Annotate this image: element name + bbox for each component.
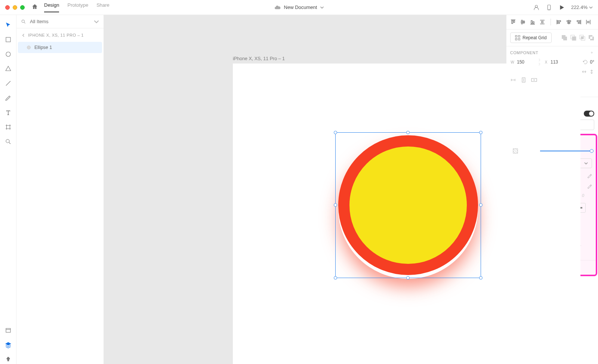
ellipse-tool[interactable] — [5, 51, 12, 59]
chevron-down-icon — [320, 6, 324, 9]
svg-rect-41 — [563, 37, 567, 40]
filter-label: All Items — [30, 19, 49, 24]
align-left-icon[interactable] — [556, 19, 562, 25]
boolean-subtract-icon[interactable] — [570, 35, 576, 41]
fullscreen-window-icon[interactable] — [20, 5, 25, 10]
layers-filter[interactable]: All Items — [16, 15, 104, 28]
selection-handle-tr[interactable] — [479, 131, 483, 134]
close-window-icon[interactable] — [5, 5, 10, 10]
assets-panel-icon[interactable] — [5, 327, 12, 335]
selection-handle-tm[interactable] — [406, 131, 410, 134]
selection-handle-tl[interactable] — [334, 131, 337, 134]
align-vmiddle-icon[interactable] — [520, 19, 526, 25]
tab-share[interactable]: Share — [96, 2, 110, 12]
search-icon — [21, 19, 26, 24]
align-top-icon[interactable] — [510, 19, 516, 25]
mobile-preview-icon[interactable] — [546, 4, 552, 11]
select-tool[interactable] — [5, 22, 12, 30]
selection-handle-ml[interactable] — [334, 203, 337, 207]
svg-rect-32 — [578, 22, 580, 24]
chevron-left-icon — [22, 34, 25, 37]
align-hcenter-icon[interactable] — [566, 19, 572, 25]
tab-prototype[interactable]: Prototype — [67, 2, 88, 12]
breadcrumb-label: IPHONE X, XS, 11 PRO – 1 — [28, 33, 84, 37]
artboard[interactable] — [233, 64, 580, 364]
user-icon[interactable] — [533, 4, 540, 11]
selection-handle-mr[interactable] — [479, 203, 483, 207]
rotate-icon[interactable] — [583, 59, 588, 65]
scroll-v-icon[interactable] — [521, 77, 527, 83]
opacity-slider[interactable] — [540, 151, 592, 151]
distribute-h-icon[interactable] — [585, 19, 591, 25]
selection-handle-bm[interactable] — [406, 276, 410, 280]
selection-handle-bl[interactable] — [334, 276, 337, 280]
layer-row-ellipse[interactable]: Ellipse 1 — [18, 42, 102, 53]
rotation-value[interactable]: 0° — [590, 59, 594, 65]
selection-box[interactable] — [335, 132, 481, 278]
align-bottom-icon[interactable] — [530, 19, 536, 25]
polygon-tool[interactable] — [5, 65, 12, 73]
play-icon[interactable] — [558, 4, 565, 11]
svg-line-5 — [6, 81, 10, 86]
zoom-tool[interactable] — [5, 138, 12, 146]
svg-rect-36 — [515, 36, 517, 37]
boolean-add-icon[interactable] — [561, 35, 567, 41]
responsive-toggle[interactable] — [584, 111, 594, 117]
svg-rect-31 — [577, 21, 580, 22]
layer-name: Ellipse 1 — [34, 45, 52, 50]
selection-handle-br[interactable] — [479, 276, 483, 280]
chevron-down-icon — [589, 6, 593, 9]
minimize-window-icon[interactable] — [13, 5, 17, 10]
flip-h-icon[interactable] — [582, 69, 587, 74]
distribute-v-icon[interactable] — [539, 19, 545, 25]
scroll-h-icon[interactable] — [531, 77, 537, 83]
cloud-icon — [274, 4, 281, 11]
svg-line-7 — [9, 142, 10, 144]
svg-rect-37 — [518, 36, 520, 37]
svg-point-6 — [6, 139, 9, 143]
svg-point-10 — [22, 20, 24, 22]
gap-value[interactable]: 0 — [582, 193, 584, 198]
svg-rect-20 — [533, 22, 534, 24]
canvas[interactable]: iPhone X, XS, 11 Pro – 1 — [104, 15, 506, 364]
svg-rect-38 — [515, 38, 517, 40]
tab-design[interactable]: Design — [44, 2, 59, 12]
component-section-title: COMPONENT — [510, 50, 538, 55]
rectangle-tool[interactable] — [5, 36, 12, 44]
svg-line-11 — [24, 22, 25, 23]
svg-rect-14 — [514, 21, 515, 22]
artboard-tool[interactable] — [5, 124, 12, 132]
scroll-none-icon[interactable] — [510, 77, 516, 83]
home-icon[interactable] — [31, 3, 38, 11]
svg-rect-13 — [512, 21, 513, 24]
boolean-intersect-icon[interactable] — [579, 35, 585, 41]
link-dimensions-icon[interactable] — [538, 58, 542, 66]
document-title[interactable]: New Document — [274, 4, 324, 11]
repeat-grid-label: Repeat Grid — [523, 35, 547, 40]
svg-point-52 — [534, 80, 534, 80]
repeat-grid-icon — [515, 35, 520, 40]
chevron-down-icon — [94, 19, 99, 24]
svg-rect-19 — [531, 21, 532, 24]
zoom-level[interactable]: 222.4% — [571, 4, 593, 10]
workspace-tabs: Design Prototype Share — [44, 2, 110, 12]
artboard-breadcrumb[interactable]: IPHONE X, XS, 11 PRO – 1 — [16, 28, 104, 42]
eyedropper-icon[interactable] — [587, 173, 592, 178]
flip-v-icon[interactable] — [589, 69, 594, 74]
create-component-icon[interactable]: ＋ — [590, 50, 594, 55]
artboard-label[interactable]: iPhone X, XS, 11 Pro – 1 — [233, 56, 285, 61]
svg-point-4 — [6, 52, 10, 56]
eyedropper-icon[interactable] — [587, 183, 592, 189]
ellipse-icon — [27, 46, 31, 49]
text-tool[interactable] — [5, 109, 12, 117]
boolean-exclude-icon[interactable] — [588, 35, 594, 41]
traffic-lights[interactable] — [5, 5, 25, 10]
plugins-panel-icon[interactable] — [5, 356, 12, 364]
svg-rect-25 — [558, 21, 561, 22]
pen-tool[interactable] — [5, 95, 12, 102]
layers-panel-icon[interactable] — [5, 342, 12, 349]
repeat-grid-button[interactable]: Repeat Grid — [510, 33, 552, 43]
align-right-icon[interactable] — [576, 19, 582, 25]
line-tool[interactable] — [5, 80, 12, 88]
document-title-text: New Document — [284, 4, 317, 10]
